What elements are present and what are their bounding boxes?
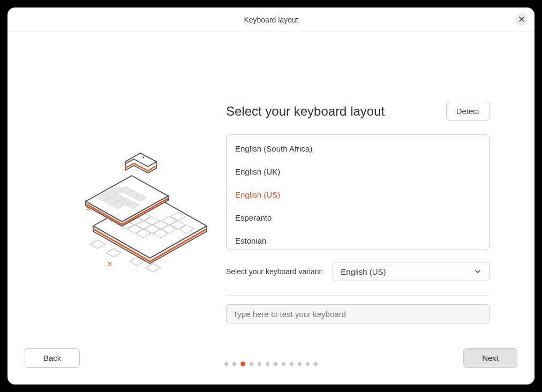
progress-dot-active xyxy=(240,361,245,366)
variant-selected-value: English (US) xyxy=(341,267,386,276)
heading-row: Select your keyboard layout Detect xyxy=(226,102,490,120)
layout-item[interactable]: English (UK) xyxy=(227,160,489,183)
detect-button[interactable]: Detect xyxy=(446,102,490,120)
progress-dot xyxy=(290,362,293,366)
back-button[interactable]: Back xyxy=(25,348,80,368)
keyboard-test-input[interactable] xyxy=(226,304,490,323)
close-button[interactable] xyxy=(515,13,528,26)
layout-item-selected[interactable]: English (US) xyxy=(227,183,489,206)
variant-row: Select your keyboard variant: English (U… xyxy=(226,262,490,281)
progress-dot xyxy=(224,362,228,366)
keyboard-illustration-icon xyxy=(76,139,215,278)
progress-dot xyxy=(232,362,236,366)
progress-dots xyxy=(224,362,318,366)
progress-dot xyxy=(282,362,285,366)
content-body: Select your keyboard layout Detect Engli… xyxy=(7,32,535,341)
divider xyxy=(226,295,490,296)
progress-dot xyxy=(250,362,253,366)
progress-dot xyxy=(314,362,318,366)
variant-dropdown[interactable]: English (US) xyxy=(333,262,490,281)
layout-listbox[interactable]: English (South Africa) English (UK) Engl… xyxy=(226,134,490,250)
chevron-down-icon xyxy=(474,268,481,275)
installer-window: Keyboard layout xyxy=(7,7,535,385)
footer: Back Next xyxy=(7,341,535,385)
layout-item[interactable]: Esperanto xyxy=(227,206,489,229)
window-header: Keyboard layout xyxy=(7,7,535,32)
layout-item[interactable]: English (South Africa) xyxy=(227,137,489,160)
illustration-pane xyxy=(65,32,226,278)
window-title: Keyboard layout xyxy=(244,16,298,24)
next-button[interactable]: Next xyxy=(463,348,517,368)
page-heading: Select your keyboard layout xyxy=(226,104,385,119)
progress-dot xyxy=(298,362,302,366)
progress-dot xyxy=(274,362,277,366)
layout-item[interactable]: Estonian xyxy=(227,229,489,250)
close-icon xyxy=(518,16,525,22)
progress-dot xyxy=(306,362,310,366)
variant-label: Select your keyboard variant: xyxy=(226,267,323,276)
progress-dot xyxy=(266,362,269,366)
form-pane: Select your keyboard layout Detect Engli… xyxy=(226,32,490,323)
svg-point-0 xyxy=(143,157,145,159)
progress-dot xyxy=(258,362,261,366)
